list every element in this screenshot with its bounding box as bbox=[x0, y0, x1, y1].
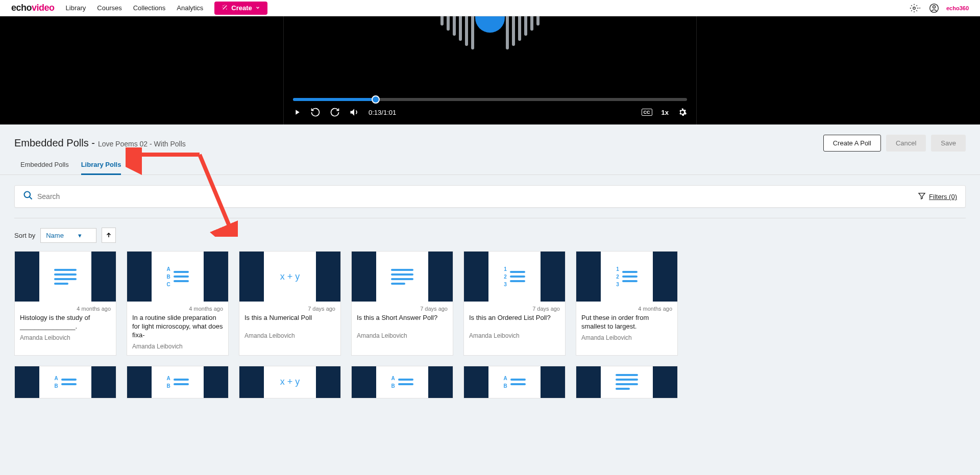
save-button: Save bbox=[931, 135, 966, 152]
svg-point-0 bbox=[913, 7, 916, 9]
poll-thumbnail: 123 bbox=[464, 252, 565, 302]
settings-icon[interactable] bbox=[910, 4, 922, 13]
poll-thumbnail: 123 bbox=[576, 252, 677, 302]
nav-collections[interactable]: Collections bbox=[133, 4, 166, 12]
polls-grid: 4 months agoHistology is the study of __… bbox=[0, 251, 980, 419]
video-player: 0:13/1:01 CC 1x bbox=[0, 16, 980, 124]
poll-card[interactable]: AB bbox=[127, 366, 229, 398]
poll-title: Histology is the study of ______________… bbox=[15, 314, 116, 334]
poll-author: Amanda Leibovich bbox=[464, 332, 565, 344]
search-input[interactable] bbox=[33, 192, 918, 201]
poll-title: Is this a Short Answer Poll? bbox=[352, 314, 453, 332]
poll-title: Put these in order from smallest to larg… bbox=[576, 314, 677, 334]
poll-card[interactable]: AB bbox=[351, 366, 453, 398]
poll-author: Amanda Leibovich bbox=[576, 334, 677, 346]
seek-bar[interactable] bbox=[293, 98, 687, 101]
poll-author: Amanda Leibovich bbox=[352, 332, 453, 344]
svg-point-5 bbox=[24, 192, 31, 198]
echo360-logo[interactable]: echo360 bbox=[946, 5, 969, 11]
cancel-button: Cancel bbox=[886, 135, 926, 152]
poll-author: Amanda Leibovich bbox=[15, 334, 116, 346]
poll-age: 7 days ago bbox=[239, 302, 340, 314]
page-title: Embedded Polls - Love Poems 02 - With Po… bbox=[14, 137, 186, 149]
create-button[interactable]: Create bbox=[214, 2, 267, 15]
poll-age: 7 days ago bbox=[464, 302, 565, 314]
sort-select[interactable]: Name ▾ bbox=[40, 228, 96, 243]
sort-label: Sort by bbox=[14, 232, 35, 239]
poll-title: Is this an Ordered List Poll? bbox=[464, 314, 565, 332]
filter-icon bbox=[918, 192, 926, 202]
account-icon[interactable] bbox=[929, 3, 939, 13]
poll-thumbnail bbox=[352, 252, 453, 302]
poll-card[interactable]: x + y bbox=[239, 366, 341, 398]
poll-card[interactable] bbox=[576, 366, 678, 398]
poll-thumbnail: x + y bbox=[239, 366, 340, 398]
poll-age: 4 months ago bbox=[15, 302, 116, 314]
poll-card[interactable]: AB bbox=[463, 366, 566, 398]
search-icon bbox=[23, 190, 33, 203]
poll-thumbnail: ABC bbox=[127, 252, 228, 302]
tab-bar: Embedded Polls Library Polls bbox=[0, 152, 980, 175]
nav-links: Library Courses Collections Analytics bbox=[66, 4, 204, 12]
poll-title: In a routine slide preparation for light… bbox=[127, 314, 228, 343]
poll-thumbnail: AB bbox=[464, 366, 565, 398]
poll-card[interactable]: 1237 days agoIs this an Ordered List Pol… bbox=[463, 251, 566, 356]
poll-thumbnail: x + y bbox=[239, 252, 340, 302]
poll-thumbnail bbox=[15, 252, 116, 302]
filters-button[interactable]: Filters (0) bbox=[918, 192, 957, 202]
poll-card[interactable]: 1234 months agoPut these in order from s… bbox=[576, 251, 678, 356]
caret-down-icon: ▾ bbox=[78, 232, 82, 239]
poll-card[interactable]: 4 months agoHistology is the study of __… bbox=[14, 251, 116, 356]
wand-icon bbox=[222, 4, 228, 12]
seek-thumb[interactable] bbox=[372, 95, 380, 104]
brand-logo[interactable]: echovideo bbox=[11, 3, 55, 13]
nav-courses[interactable]: Courses bbox=[97, 4, 121, 12]
chevron-down-icon bbox=[255, 4, 260, 12]
poll-age: 7 days ago bbox=[352, 302, 453, 314]
sort-direction-button[interactable] bbox=[102, 228, 116, 243]
poll-thumbnail: AB bbox=[352, 366, 453, 398]
poll-author: Amanda Leibovich bbox=[239, 332, 340, 344]
poll-thumbnail: AB bbox=[15, 366, 116, 398]
tab-library-polls[interactable]: Library Polls bbox=[81, 161, 121, 175]
svg-point-2 bbox=[933, 6, 935, 8]
svg-line-6 bbox=[30, 197, 32, 199]
poll-age: 4 months ago bbox=[576, 302, 677, 314]
poll-card[interactable]: AB bbox=[14, 366, 116, 398]
main-scroll[interactable]: 0:13/1:01 CC 1x Embedded Polls - Love Po… bbox=[0, 16, 980, 475]
nav-library[interactable]: Library bbox=[66, 4, 86, 12]
poll-card[interactable]: ABC4 months agoIn a routine slide prepar… bbox=[127, 251, 229, 356]
poll-thumbnail bbox=[576, 366, 677, 398]
poll-author: Amanda Leibovich bbox=[127, 343, 228, 355]
search-bar: Filters (0) bbox=[14, 185, 966, 208]
poll-card[interactable]: 7 days agoIs this a Short Answer Poll?Am… bbox=[351, 251, 453, 356]
top-navbar: echovideo Library Courses Collections An… bbox=[0, 0, 980, 16]
nav-analytics[interactable]: Analytics bbox=[177, 4, 203, 12]
poll-title: Is this a Numerical Poll bbox=[239, 314, 340, 332]
poll-thumbnail: AB bbox=[127, 366, 228, 398]
video-visual bbox=[284, 16, 696, 124]
poll-age: 4 months ago bbox=[127, 302, 228, 314]
poll-card[interactable]: x + y7 days agoIs this a Numerical PollA… bbox=[239, 251, 341, 356]
create-poll-button[interactable]: Create A Poll bbox=[823, 135, 881, 152]
tab-embedded-polls[interactable]: Embedded Polls bbox=[20, 161, 69, 174]
